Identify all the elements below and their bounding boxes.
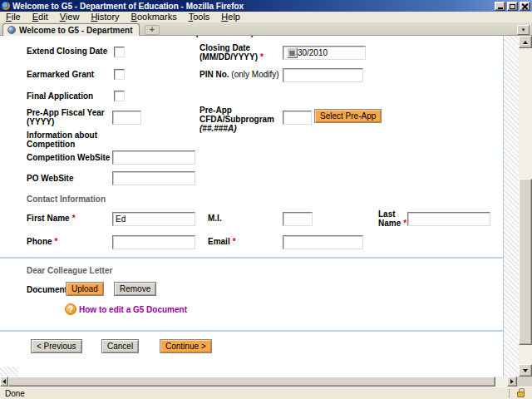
tab-title: Welcome to G5 - Department of Edu... xyxy=(19,26,135,35)
horizontal-scrollbar-thumb[interactable] xyxy=(8,377,495,387)
information-about-competition-label: Information aboutCompetition xyxy=(27,131,97,149)
pre-app-cfda-label: Pre-App CFDA/Subprogram (##.###A) xyxy=(200,106,274,133)
help-link-row[interactable]: ? How to edit a G5 Document xyxy=(65,303,187,315)
extend-closing-date-checkbox[interactable] xyxy=(114,47,125,57)
earmarked-grant-checkbox[interactable] xyxy=(114,69,125,80)
competition-website-input[interactable] xyxy=(112,150,195,165)
scroll-right-button[interactable] xyxy=(507,377,517,387)
menu-file[interactable]: File xyxy=(0,12,27,22)
menu-view[interactable]: View xyxy=(54,12,86,22)
competition-website-label: Competition WebSite xyxy=(27,153,110,162)
list-all-tabs-button[interactable]: ▾ xyxy=(517,25,530,35)
tab-bar: Welcome to G5 - Department of Edu... + ▾ xyxy=(0,22,532,36)
menu-tools[interactable]: Tools xyxy=(183,12,216,22)
section-divider xyxy=(0,330,503,332)
email-input[interactable] xyxy=(283,235,363,249)
menu-bookmarks[interactable]: Bookmarks xyxy=(126,12,183,22)
scroll-down-button[interactable] xyxy=(519,364,532,377)
new-tab-button[interactable]: + xyxy=(145,25,160,35)
remove-button[interactable]: Remove xyxy=(114,282,156,296)
calendar-icon: ▦ xyxy=(289,50,296,57)
status-text: Done xyxy=(0,389,509,398)
arrow-left-icon xyxy=(2,379,6,384)
how-to-edit-g5-document-link[interactable]: How to edit a G5 Document xyxy=(79,305,187,314)
restore-button[interactable] xyxy=(507,2,518,11)
page-background-pattern xyxy=(0,367,18,377)
final-application-label: Final Application xyxy=(27,91,93,101)
window-title: Welcome to G5 - Department of Education … xyxy=(12,2,495,11)
arrow-up-icon xyxy=(523,41,528,44)
required-asterisk: * xyxy=(233,237,236,246)
phone-label: Phone* xyxy=(27,237,57,246)
first-name-label: First Name* xyxy=(27,214,76,223)
status-bar: Done xyxy=(0,387,532,399)
last-name-label: Last Name* xyxy=(378,209,406,228)
earmarked-grant-label: Earmarked Grant xyxy=(27,70,94,79)
po-website-input[interactable] xyxy=(112,171,195,185)
po-website-label: PO WebSite xyxy=(27,174,74,183)
menu-bar: File Edit View History Bookmarks Tools H… xyxy=(0,12,532,22)
contact-information-header: Contact Information xyxy=(27,195,106,204)
scrollbar-corner xyxy=(517,377,532,387)
tab-welcome-g5[interactable]: Welcome to G5 - Department of Edu... xyxy=(2,23,140,36)
horizontal-scrollbar[interactable] xyxy=(0,377,517,387)
scroll-left-button[interactable] xyxy=(0,377,8,387)
pre-app-cfda-input[interactable] xyxy=(283,111,312,125)
pre-app-fiscal-year-input[interactable] xyxy=(112,111,141,125)
arrow-right-icon xyxy=(510,379,514,384)
clipped-scrolled-text: (MM/DD/YYYY) xyxy=(195,36,287,38)
close-icon xyxy=(522,3,528,9)
mi-input[interactable] xyxy=(283,212,313,226)
close-button[interactable] xyxy=(520,2,530,11)
closing-date-label: Closing Date (MM/DD/YYYY)* xyxy=(200,43,264,62)
previous-button[interactable]: < Previous xyxy=(31,339,82,353)
required-asterisk: * xyxy=(55,237,58,246)
final-application-checkbox[interactable] xyxy=(114,91,125,101)
email-label: Email* xyxy=(208,237,236,246)
firefox-logo-icon xyxy=(2,2,10,10)
first-name-input[interactable] xyxy=(112,212,195,226)
phone-input[interactable] xyxy=(112,235,195,249)
vertical-scrollbar-thumb[interactable] xyxy=(519,179,532,345)
pin-no-label: PIN No. (only Modify) xyxy=(200,70,279,79)
arrow-down-icon xyxy=(523,369,528,372)
page-background-pattern xyxy=(503,36,519,377)
menu-help[interactable]: Help xyxy=(215,12,246,22)
mi-label: M.I. xyxy=(208,214,222,223)
required-asterisk: * xyxy=(72,214,76,223)
select-pre-app-button[interactable]: Select Pre-App xyxy=(314,109,382,123)
padlock-icon xyxy=(517,392,525,397)
minimize-icon xyxy=(498,7,503,9)
security-indicator[interactable] xyxy=(509,389,532,398)
restore-icon xyxy=(510,4,515,9)
required-asterisk: * xyxy=(403,219,406,228)
continue-button[interactable]: Continue > xyxy=(160,339,212,353)
question-mark-icon[interactable]: ? xyxy=(65,303,76,315)
minimize-button[interactable] xyxy=(495,2,505,11)
cancel-button[interactable]: Cancel xyxy=(101,339,139,353)
menu-history[interactable]: History xyxy=(85,12,125,22)
title-bar: Welcome to G5 - Department of Education … xyxy=(0,0,532,12)
required-asterisk: * xyxy=(260,52,264,62)
page-content: (MM/DD/YYYY) Extend Closing Date Closing… xyxy=(0,36,519,377)
pin-no-input[interactable] xyxy=(283,68,363,82)
scroll-up-button[interactable] xyxy=(519,36,532,48)
dear-colleague-letter-header: Dear Colleague Letter xyxy=(27,266,112,275)
extend-closing-date-label: Extend Closing Date xyxy=(27,47,107,56)
section-divider xyxy=(0,257,503,259)
upload-button[interactable]: Upload xyxy=(66,282,104,296)
tab-favicon-globe-icon xyxy=(7,26,16,34)
vertical-scrollbar[interactable] xyxy=(519,36,532,377)
pre-app-fiscal-year-label: Pre-App Fiscal Year(YYYY) xyxy=(27,108,105,126)
document-label: Document xyxy=(27,285,67,294)
last-name-input[interactable] xyxy=(407,212,490,226)
calendar-picker-button[interactable]: ▦ xyxy=(287,47,298,58)
menu-edit[interactable]: Edit xyxy=(27,12,54,22)
